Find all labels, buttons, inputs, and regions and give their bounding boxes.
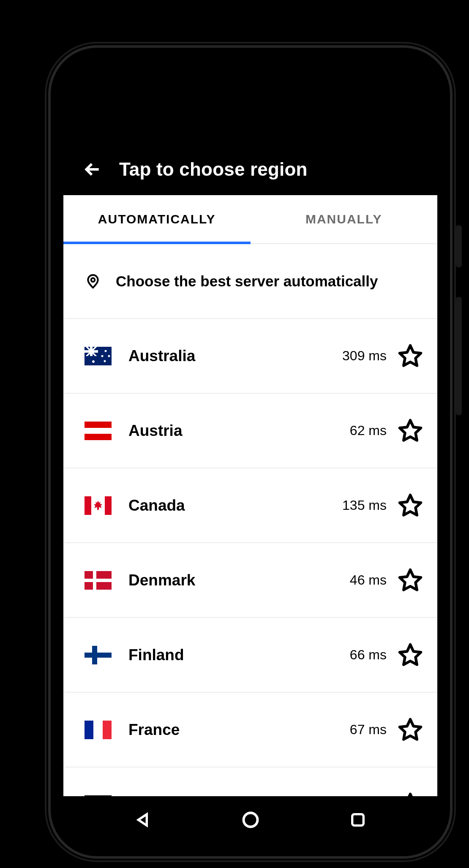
svg-point-10 [243, 813, 257, 827]
app-bar: Tap to choose region [63, 60, 437, 195]
server-row-finland[interactable]: Finland 66 ms [63, 618, 437, 693]
server-ping: 135 ms [342, 498, 387, 513]
back-button[interactable] [82, 159, 103, 180]
svg-marker-5 [400, 570, 421, 590]
flag-icon-denmark [85, 571, 112, 590]
star-icon [398, 568, 423, 593]
svg-marker-9 [138, 814, 147, 826]
svg-marker-4 [400, 495, 421, 515]
star-icon [398, 642, 423, 668]
nav-back-button[interactable] [132, 808, 155, 831]
star-icon [398, 493, 423, 518]
tab-manually[interactable]: MANUALLY [251, 195, 438, 243]
square-recents-icon [349, 811, 366, 828]
server-ping: 46 ms [350, 572, 387, 588]
svg-point-1 [91, 278, 95, 282]
flag-icon-finland [85, 646, 112, 664]
server-row-denmark[interactable]: Denmark 46 ms [63, 543, 437, 618]
flag-icon-austria [85, 422, 112, 440]
svg-marker-3 [400, 420, 421, 441]
svg-marker-6 [400, 645, 421, 665]
phone-frame: Tap to choose region AUTOMATICALLY MANUA… [51, 48, 450, 856]
flag-icon-australia [85, 347, 112, 365]
server-row-canada[interactable]: Canada 135 ms [63, 468, 437, 543]
auto-select-row[interactable]: Choose the best server automatically [63, 244, 437, 319]
server-name: Austria [128, 422, 350, 440]
server-name: Finland [128, 646, 350, 664]
tabs: AUTOMATICALLY MANUALLY [63, 195, 437, 244]
arrow-left-icon [83, 160, 102, 179]
triangle-back-icon [135, 811, 152, 828]
server-row-germany[interactable]: Germany 53 ms [63, 767, 437, 796]
power-button[interactable] [456, 225, 462, 267]
nav-home-button[interactable] [239, 808, 262, 831]
favorite-button[interactable] [398, 792, 423, 797]
star-icon [398, 792, 423, 797]
svg-marker-2 [400, 346, 421, 366]
favorite-button[interactable] [398, 642, 423, 668]
page-title: Tap to choose region [119, 159, 308, 180]
circle-home-icon [241, 811, 260, 829]
server-name: Denmark [128, 571, 350, 589]
flag-icon-france [85, 721, 112, 739]
location-pin-icon [85, 273, 101, 290]
favorite-button[interactable] [398, 493, 423, 518]
star-icon [398, 717, 423, 743]
server-ping: 66 ms [350, 647, 387, 663]
favorite-button[interactable] [398, 717, 423, 743]
volume-button[interactable] [456, 297, 462, 415]
server-ping: 67 ms [350, 722, 387, 737]
content-area: AUTOMATICALLY MANUALLY Choose the best s… [63, 195, 437, 796]
favorite-button[interactable] [398, 418, 423, 444]
server-list: Australia 309 ms Austria 62 ms [63, 319, 437, 796]
server-row-france[interactable]: France 67 ms [63, 693, 437, 767]
auto-select-label: Choose the best server automatically [116, 273, 378, 290]
system-nav-bar [63, 796, 437, 844]
server-name: France [128, 721, 350, 739]
server-row-australia[interactable]: Australia 309 ms [63, 319, 437, 394]
server-row-austria[interactable]: Austria 62 ms [63, 394, 437, 468]
star-icon [398, 418, 423, 444]
star-icon [398, 343, 423, 369]
screen: Tap to choose region AUTOMATICALLY MANUA… [63, 60, 437, 844]
favorite-button[interactable] [398, 568, 423, 593]
nav-recents-button[interactable] [346, 808, 369, 831]
favorite-button[interactable] [398, 343, 423, 369]
server-ping: 62 ms [350, 423, 387, 438]
server-name: Canada [128, 497, 342, 514]
server-ping: 309 ms [342, 348, 387, 364]
server-name: Australia [128, 347, 342, 365]
svg-marker-7 [400, 719, 421, 740]
tab-automatically[interactable]: AUTOMATICALLY [63, 195, 251, 243]
flag-icon-canada [85, 496, 112, 515]
svg-rect-11 [352, 814, 363, 826]
